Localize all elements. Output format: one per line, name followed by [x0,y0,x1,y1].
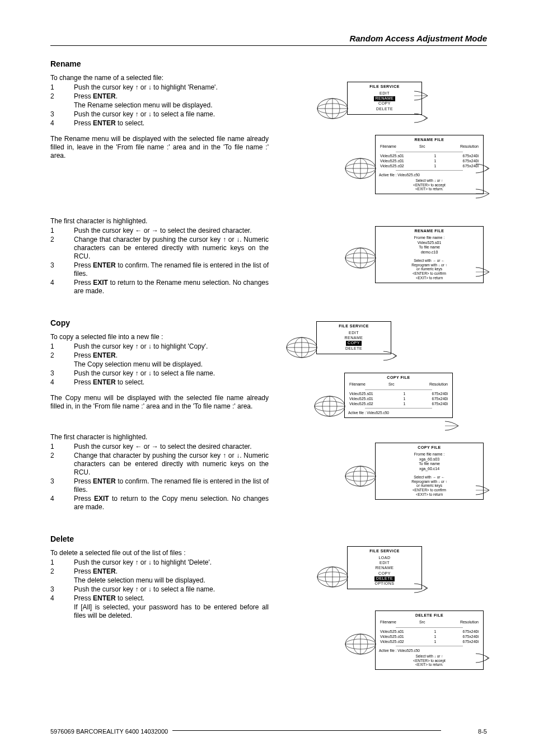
globe-icon [316,97,349,120]
globe-icon [316,566,349,588]
copy-steps-1: 1Push the cursor key ↑ or ↓ to highlight… [50,342,215,387]
corner-icon [413,583,429,594]
rename-steps-1: 1Push the cursor key ↑ or ↓ to highlight… [50,83,218,128]
corner-icon [444,420,460,431]
globe-icon [313,395,346,417]
copy-steps-2: 1Push the cursor key ← or → to select th… [50,443,269,512]
header-rule [50,45,487,46]
rename-intro: To change the name of a selected file: [50,74,269,82]
delete-steps-1: 1Push the cursor key ↑ or ↓ to highlight… [50,558,269,621]
section-heading-copy: Copy [50,318,269,327]
corner-icon [475,652,490,664]
menu-rename-file-list: RENAME FILE FilenameSrcResolution ------… [375,135,484,194]
section-heading-rename: Rename [50,59,269,68]
rename-steps-2: 1Push the cursor key ← or → to select th… [50,227,269,296]
section-heading-delete: Delete [50,534,269,543]
menu-file-service-3: FILE SERVICE LOAD EDIT RENAME COPY DELET… [347,546,422,589]
corner-icon [475,163,490,174]
menu-rename-file-edit: RENAME FILE Frome file name : Video525.s… [375,226,484,283]
copy-intro-2: The first character is highlighted. [50,433,269,442]
corner-icon [382,350,398,361]
corner-icon [413,90,429,101]
globe-icon [344,465,377,487]
menu-file-service-2: FILE SERVICE EDIT RENAME COPY DELETE [316,321,391,354]
menu-delete-file-list: DELETE FILE FilenameSrcResolution ------… [375,611,484,670]
rename-intro-2: The first character is highlighted. [50,217,269,226]
page-header: Random Access Adjustment Mode [50,34,487,43]
copy-paragraph-1: The Copy menu will be displayed with the… [50,394,269,411]
globe-icon [285,336,318,359]
menu-file-service-1: FILE SERVICE EDIT RENAME COPY DELETE [347,82,422,115]
menu-copy-file-list: COPY FILE FilenameSrcResolution --------… [344,373,453,418]
corner-icon [475,266,490,278]
menu-column: FILE SERVICE EDIT RENAME COPY DELETE REN… [274,59,487,627]
delete-intro: To delete a selected file out of the lis… [50,549,269,557]
corner-icon [475,485,490,496]
globe-icon [344,247,377,269]
menu-copy-file-edit: COPY FILE Frome file name : xga_60.s03 T… [375,443,484,500]
footer-left: 5976069 BARCOREALITY 6400 14032000 [50,728,168,735]
text-column: Rename To change the name of a selected … [50,59,274,627]
corner-icon [413,112,429,124]
corner-icon [475,188,490,199]
rename-paragraph-1: The Rename menu will be displayed with t… [50,135,269,160]
globe-icon [344,157,377,180]
footer-page-number: 8-5 [478,728,487,735]
copy-intro: To copy a selected file into a new file … [50,333,269,341]
globe-icon [344,633,377,655]
page-footer: 5976069 BARCOREALITY 6400 14032000 8-5 [50,728,487,735]
